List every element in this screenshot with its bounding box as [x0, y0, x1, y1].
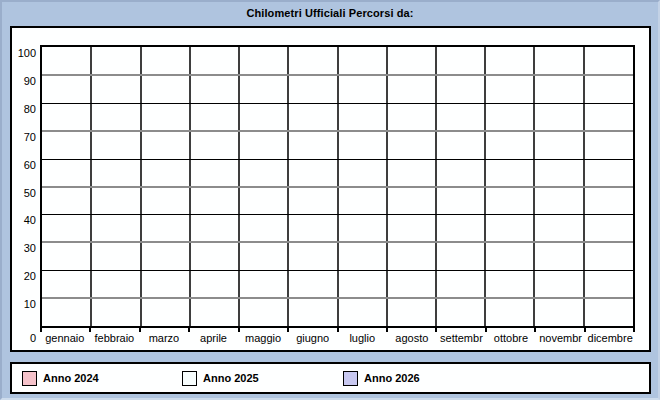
grid-hline	[42, 186, 633, 188]
y-axis-label: 40	[12, 214, 36, 226]
legend-label: Anno 2025	[203, 372, 259, 384]
legend-label: Anno 2024	[43, 372, 99, 384]
x-axis-label: settembr	[437, 332, 487, 344]
grid-hline	[42, 159, 633, 160]
y-axis-label: 10	[12, 298, 36, 310]
axis-tick	[139, 327, 141, 332]
axis-tick	[633, 327, 635, 332]
x-axis-label: dicembre	[585, 332, 635, 344]
legend-item: Anno 2026	[343, 364, 420, 392]
x-axis-label: maggio	[238, 332, 288, 344]
y-axis-label: 30	[12, 242, 36, 254]
legend-label: Anno 2026	[364, 372, 420, 384]
axis-tick	[485, 327, 487, 332]
plot-area	[40, 45, 635, 328]
x-axis-label: novembr	[536, 332, 586, 344]
grid-hline	[42, 297, 633, 299]
y-axis-label: 60	[12, 159, 36, 171]
grid-hline	[42, 130, 633, 132]
axis-tick	[337, 327, 339, 332]
x-axis-label: giugno	[288, 332, 338, 344]
y-axis-label: 70	[12, 131, 36, 143]
legend-swatch	[22, 371, 37, 386]
y-axis-label: 20	[12, 270, 36, 282]
grid-hline	[42, 214, 633, 215]
legend-swatch	[343, 371, 358, 386]
grid-hline	[42, 241, 633, 243]
axis-tick	[386, 327, 388, 332]
y-axis-label: 50	[12, 187, 36, 199]
chart-window: { "window": { "title": "Chilometri Uffic…	[0, 0, 660, 400]
x-axis-label: marzo	[139, 332, 189, 344]
x-axis-label: ottobre	[486, 332, 536, 344]
axis-tick	[435, 327, 437, 332]
y-axis-label: 90	[12, 75, 36, 87]
x-axis-label: gennaio	[40, 332, 90, 344]
x-axis-label: aprile	[189, 332, 239, 344]
legend-item: Anno 2024	[22, 364, 99, 392]
grid-hline	[42, 103, 633, 104]
chart-title: Chilometri Ufficiali Percorsi da:	[0, 7, 660, 19]
axis-tick	[287, 327, 289, 332]
legend-swatch	[182, 371, 197, 386]
axis-tick	[188, 327, 190, 332]
grid-hline	[42, 74, 633, 76]
origin-label: 0	[12, 332, 36, 344]
chart-panel: gennaiofebbraiomarzoaprilemaggiogiugnolu…	[10, 26, 651, 352]
x-axis-labels: gennaiofebbraiomarzoaprilemaggiogiugnolu…	[40, 332, 635, 344]
grid-hline	[42, 270, 633, 271]
y-axis-label: 100	[12, 47, 36, 59]
legend-item: Anno 2025	[182, 364, 259, 392]
axis-tick	[89, 327, 91, 332]
x-axis-label: agosto	[387, 332, 437, 344]
axis-tick	[40, 327, 42, 332]
x-axis-label: luglio	[337, 332, 387, 344]
axis-tick	[584, 327, 586, 332]
legend-panel: Anno 2024Anno 2025Anno 2026	[10, 362, 651, 394]
axis-tick	[238, 327, 240, 332]
axis-tick	[534, 327, 536, 332]
y-axis-label: 80	[12, 103, 36, 115]
x-axis-label: febbraio	[90, 332, 140, 344]
